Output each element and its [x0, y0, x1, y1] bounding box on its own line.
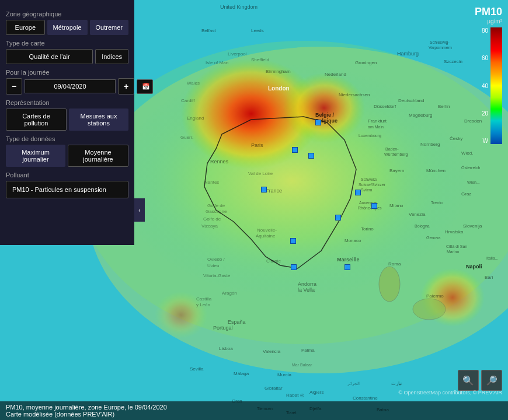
svg-point-110: [379, 267, 400, 302]
svg-text:Rhône-Alpes: Rhône-Alpes: [358, 206, 382, 211]
svg-text:Trento: Trento: [431, 201, 443, 205]
cartes-pollution-button[interactable]: Cartes de pollution: [6, 108, 67, 131]
sidebar-panel: Zone géographique Europe Métropole Outre…: [0, 0, 134, 245]
station-marker: [345, 264, 350, 270]
svg-text:Rennes: Rennes: [210, 159, 229, 164]
polluant-button[interactable]: PM10 - Particules en suspension: [6, 181, 128, 198]
svg-text:Wales: Wales: [187, 80, 200, 86]
attribution-text: © OpenStreetMap contributors, © PREV'AIR: [398, 390, 502, 396]
svg-text:Valencia: Valencia: [263, 349, 281, 354]
legend-gradient-bar: [490, 27, 502, 144]
svg-text:Varpommern: Varpommern: [429, 46, 452, 50]
svg-text:Murcia: Murcia: [277, 372, 292, 377]
svg-text:Venezia: Venezia: [409, 212, 426, 217]
legend-value-40: 40: [482, 83, 488, 89]
svg-text:Golfo de: Golfo de: [203, 216, 221, 222]
svg-text:Württemberg: Württemberg: [384, 152, 408, 157]
svg-text:Düsseldorf: Düsseldorf: [374, 104, 396, 109]
svg-text:Belfast: Belfast: [201, 28, 216, 33]
svg-text:Isle of Man: Isle of Man: [206, 60, 228, 65]
legend-value-20: 20: [482, 110, 488, 117]
legend-title: PM10: [475, 6, 502, 18]
legend-value-80: 80: [482, 27, 488, 34]
date-row: − + 📅: [6, 78, 128, 94]
representation-buttons: Cartes de pollution Mesures aux stations: [6, 108, 128, 131]
svg-text:Guerr.: Guerr.: [180, 135, 193, 140]
type-carte-buttons: Qualité de l'air Indices: [6, 49, 128, 64]
svg-text:Roma: Roma: [388, 261, 401, 267]
svg-text:Málaga: Málaga: [234, 371, 249, 376]
svg-text:Deutschland: Deutschland: [398, 98, 424, 103]
svg-text:Liverpool: Liverpool: [228, 51, 247, 57]
svg-text:Gascogne: Gascogne: [206, 209, 227, 214]
collapse-sidebar-button[interactable]: ‹: [134, 198, 145, 222]
journee-label: Pour la journée: [6, 69, 128, 76]
svg-text:Sevilla: Sevilla: [190, 366, 204, 372]
svg-text:Nantes: Nantes: [204, 180, 219, 185]
station-marker: [355, 190, 361, 195]
representation-label: Représentation: [6, 99, 128, 106]
svg-text:Slovenija: Slovenija: [463, 223, 482, 229]
moy-journaliere-button[interactable]: Moyenne journalière: [68, 145, 128, 167]
zoom-in-icon: 🔎: [486, 375, 497, 386]
svg-text:Uvieu: Uvieu: [207, 263, 219, 268]
svg-text:الجزائر: الجزائر: [347, 382, 360, 386]
type-qualite-button[interactable]: Qualité de l'air: [6, 49, 93, 64]
zone-outremer-button[interactable]: Outremer: [90, 20, 128, 35]
svg-text:Suisse/Svizzer: Suisse/Svizzer: [359, 183, 386, 187]
svg-point-111: [413, 299, 446, 320]
svg-text:Österreich: Österreich: [461, 166, 480, 170]
svg-text:Česky: Česky: [450, 136, 462, 141]
zoom-in-button[interactable]: 🔎: [481, 370, 502, 391]
svg-text:Belgie /: Belgie /: [315, 112, 335, 118]
svg-text:Marseille: Marseille: [337, 257, 360, 262]
svg-text:Bayern: Bayern: [389, 168, 404, 173]
svg-text:Hamburg: Hamburg: [397, 51, 419, 57]
svg-text:Wien...: Wien...: [467, 180, 480, 184]
date-minus-button[interactable]: −: [6, 78, 22, 94]
station-marker: [308, 153, 314, 159]
svg-text:Vitoria-Gaste: Vitoria-Gaste: [203, 273, 231, 278]
svg-text:Palermo: Palermo: [426, 293, 444, 299]
svg-text:Groningen: Groningen: [355, 60, 377, 65]
svg-text:Lisboa: Lisboa: [219, 346, 233, 351]
svg-text:London: London: [268, 85, 290, 92]
station-marker: [261, 187, 267, 192]
svg-text:Nederland: Nederland: [325, 72, 346, 77]
zone-metropole-button[interactable]: Métropole: [47, 20, 88, 35]
svg-text:Mar Balear: Mar Balear: [292, 363, 312, 367]
svg-text:Schleswig-: Schleswig-: [430, 40, 450, 45]
type-donnees-buttons: Maximum journalier Moyenne journalière: [6, 145, 128, 167]
svg-text:Oviedo /: Oviedo /: [207, 257, 225, 262]
zone-europe-button[interactable]: Europe: [6, 20, 45, 35]
svg-text:la Vella: la Vella: [298, 287, 315, 293]
svg-point-6: [283, 73, 365, 143]
legend-labels: 80 60 40 20 W: [482, 27, 488, 144]
max-journalier-button[interactable]: Maximum journalier: [6, 145, 65, 167]
svg-text:Svizra: Svizra: [361, 188, 373, 192]
svg-text:Sheffield: Sheffield: [251, 57, 269, 62]
station-marker: [291, 264, 297, 270]
svg-text:Marino: Marino: [447, 250, 460, 254]
svg-text:Nouvelle-: Nouvelle-: [257, 228, 277, 233]
mesures-stations-button[interactable]: Mesures aux stations: [69, 108, 128, 131]
svg-text:München: München: [426, 168, 446, 173]
svg-text:Aquitaine: Aquitaine: [256, 233, 276, 239]
date-input[interactable]: [25, 79, 116, 93]
svg-text:France: France: [266, 188, 282, 194]
svg-text:Graz: Graz: [461, 191, 471, 197]
svg-text:Frankfurt: Frankfurt: [368, 118, 387, 124]
bottom-line1: PM10, moyenne journalière, zone Europe, …: [6, 404, 502, 411]
date-calendar-button[interactable]: 📅: [137, 79, 153, 94]
svg-text:am Main: am Main: [368, 125, 384, 129]
svg-text:Berlin: Berlin: [438, 104, 450, 109]
svg-text:Gibraltar: Gibraltar: [265, 386, 283, 391]
svg-text:Monaco: Monaco: [345, 238, 361, 243]
svg-text:España: España: [228, 319, 246, 325]
svg-text:تيارت: تيارت: [391, 381, 402, 386]
type-indices-button[interactable]: Indices: [95, 49, 128, 64]
date-plus-button[interactable]: +: [118, 78, 134, 94]
type-donnees-label: Type de données: [6, 135, 128, 142]
zoom-out-button[interactable]: 🔍: [458, 370, 479, 391]
svg-text:Szczecin: Szczecin: [444, 59, 462, 64]
